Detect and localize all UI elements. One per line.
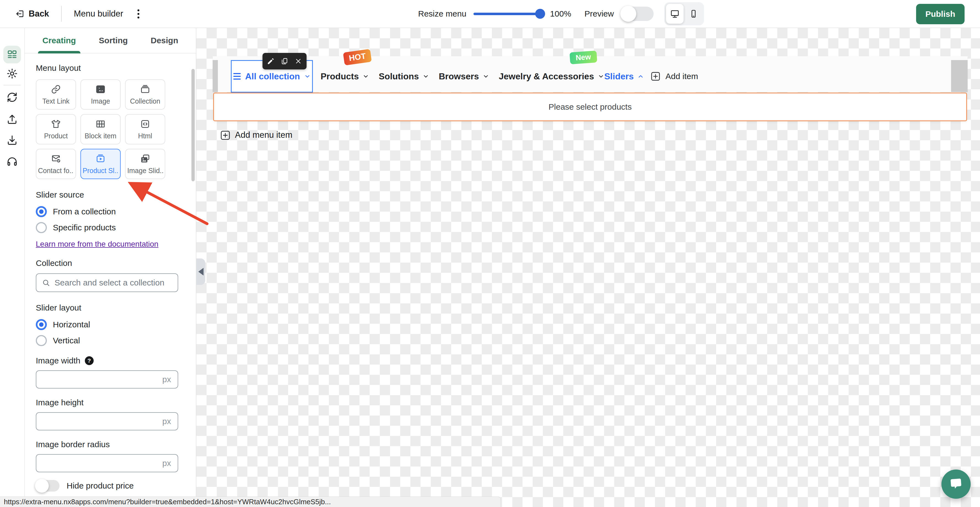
radio-label: Vertical: [53, 336, 80, 345]
sync-icon: [6, 91, 18, 103]
resize-slider[interactable]: [474, 13, 543, 15]
topbar-divider: [61, 6, 62, 22]
rail-menu-builder-button[interactable]: [3, 46, 21, 63]
icon-rail: [0, 28, 25, 507]
status-url-bar: https://extra-menu.nx8apps.com/menu?buil…: [0, 496, 501, 507]
grid-icon: [95, 119, 106, 129]
px-suffix: px: [162, 417, 171, 426]
radio-unselected-icon: [36, 222, 47, 233]
chevron-down-icon: [598, 73, 604, 79]
layout-card-image[interactable]: Image: [80, 79, 121, 110]
image-height-input[interactable]: [37, 413, 178, 430]
layout-card-product[interactable]: Product: [36, 114, 76, 144]
px-suffix: px: [162, 375, 171, 384]
layout-card-label: Block item: [84, 132, 116, 140]
rail-upload-button[interactable]: [6, 113, 18, 125]
collection-search: [36, 273, 178, 292]
collection-search-input[interactable]: [54, 278, 172, 287]
menu-item-products[interactable]: Products: [321, 60, 369, 92]
tab-sorting[interactable]: Sorting: [99, 28, 128, 53]
code-icon: [140, 119, 150, 129]
image-icon: [95, 84, 106, 94]
layout-card-text-link[interactable]: Text Link: [36, 79, 76, 110]
radio-specific-products[interactable]: Specific products: [36, 222, 178, 233]
radio-selected-icon: [36, 206, 47, 217]
add-menu-item-button[interactable]: Add menu item: [220, 129, 293, 140]
radio-from-a-collection[interactable]: From a collection: [36, 206, 178, 217]
menu-item-solutions[interactable]: Solutions: [379, 60, 429, 92]
duplicate-icon[interactable]: [281, 57, 288, 65]
menu-item-jewelry-accessories[interactable]: Jewelry & Accessories: [499, 60, 604, 92]
product-dropzone[interactable]: Please select products: [213, 92, 967, 121]
rail-settings-button[interactable]: [6, 68, 18, 79]
rail-divider: [3, 85, 21, 85]
publish-button[interactable]: Publish: [916, 4, 964, 24]
search-icon: [42, 279, 50, 287]
slider-layout-heading: Slider layout: [36, 303, 178, 312]
image-border-radius-input[interactable]: [37, 454, 178, 472]
headphones-icon: [6, 155, 18, 167]
add-menu-item-label: Add menu item: [235, 130, 293, 140]
menu-scroll-strip-left: [213, 60, 218, 92]
px-suffix: px: [162, 459, 171, 468]
mobile-view-button[interactable]: [685, 4, 702, 24]
image-slider-icon: [140, 153, 150, 164]
image-border-radius-label: Image border radius: [36, 440, 178, 449]
layout-card-product-slider[interactable]: Product Sl...: [80, 149, 121, 179]
layout-card-html[interactable]: Html: [125, 114, 165, 144]
back-button[interactable]: Back: [16, 9, 49, 19]
rail-support-button[interactable]: [6, 155, 18, 167]
upload-icon: [6, 113, 18, 125]
hamburger-icon: [233, 73, 241, 80]
menu-item-label: Jewelry & Accessories: [499, 71, 594, 81]
slider-source-heading: Slider source: [36, 190, 178, 199]
layout-card-contact-form[interactable]: Contact fo...: [36, 149, 76, 179]
kebab-menu-button[interactable]: [135, 6, 142, 21]
radio-label: From a collection: [53, 207, 116, 216]
delete-icon[interactable]: [294, 57, 302, 65]
menu-item-label: All collection: [245, 71, 300, 81]
rail-sync-button[interactable]: [6, 91, 18, 103]
tab-design[interactable]: Design: [151, 28, 178, 53]
image-width-input[interactable]: [37, 371, 178, 388]
collapse-panel-handle[interactable]: [196, 258, 205, 285]
resize-value: 100%: [550, 9, 571, 19]
menu-item-label: Solutions: [379, 71, 419, 81]
layout-card-label: Html: [138, 132, 152, 140]
contact-form-icon: [51, 153, 61, 164]
layout-card-image-slider[interactable]: Image Slid...: [125, 149, 165, 179]
menu-builder-icon: [6, 49, 18, 60]
image-width-label: Image width: [36, 356, 80, 365]
resize-menu-control: Resize menu 100%: [418, 0, 571, 27]
edit-icon[interactable]: [267, 57, 275, 65]
layout-card-collection[interactable]: Collection: [125, 79, 165, 110]
add-item-label: Add item: [665, 72, 698, 81]
add-item-button[interactable]: Add item: [650, 60, 698, 92]
radio-unselected-icon: [36, 335, 47, 346]
new-badge: New: [570, 51, 597, 64]
image-width-label-row: Image width ?: [36, 356, 178, 365]
help-icon[interactable]: ?: [85, 356, 94, 365]
tab-creating[interactable]: Creating: [42, 28, 76, 53]
rail-download-button[interactable]: [6, 134, 18, 146]
product-slider-icon: [95, 153, 106, 164]
menu-item-label: Products: [321, 71, 359, 81]
hide-product-price-toggle[interactable]: [36, 480, 59, 491]
radio-horizontal[interactable]: Horizontal: [36, 319, 178, 330]
desktop-view-button[interactable]: [666, 4, 684, 24]
chat-launcher-button[interactable]: [942, 470, 970, 499]
panel-scrollbar[interactable]: [191, 69, 195, 181]
topbar-left: Back Menu builder: [16, 6, 142, 22]
triangle-left-icon: [198, 268, 204, 276]
radio-vertical[interactable]: Vertical: [36, 335, 178, 346]
hide-product-price-label: Hide product price: [67, 481, 134, 491]
documentation-link[interactable]: Learn more from the documentation: [36, 240, 158, 249]
resize-slider-knob[interactable]: [535, 9, 545, 19]
menu-item-sliders[interactable]: Sliders: [604, 60, 644, 92]
page-title: Menu builder: [74, 9, 123, 19]
plus-square-icon: [650, 71, 661, 82]
layout-card-block-item[interactable]: Block item: [80, 114, 121, 144]
plus-square-icon: [220, 129, 231, 140]
preview-toggle[interactable]: [621, 6, 654, 21]
menu-item-browsers[interactable]: Browsers: [439, 60, 489, 92]
